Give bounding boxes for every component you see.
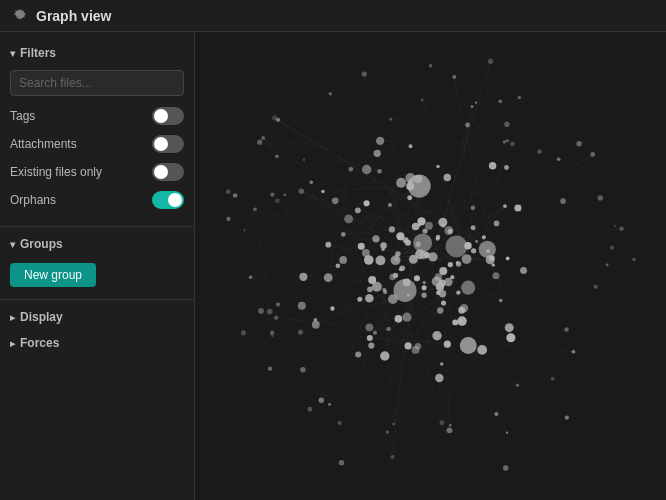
tags-label: Tags xyxy=(10,109,35,123)
divider-2 xyxy=(0,299,194,300)
filters-label: Filters xyxy=(20,46,56,60)
filters-section-header[interactable]: ▾ Filters xyxy=(0,40,194,66)
existing-files-label: Existing files only xyxy=(10,165,102,179)
forces-section-header[interactable]: ▸ Forces xyxy=(0,330,194,356)
forces-chevron-icon: ▸ xyxy=(10,338,15,349)
filters-section-content: Tags Attachments Existing files only xyxy=(0,66,194,222)
orphans-slider xyxy=(152,191,184,209)
graph-area xyxy=(195,32,666,500)
orphans-toggle-row: Orphans xyxy=(10,186,184,214)
tags-toggle[interactable] xyxy=(152,107,184,125)
page-title: Graph view xyxy=(36,8,111,24)
display-chevron-icon: ▸ xyxy=(10,312,15,323)
orphans-label: Orphans xyxy=(10,193,56,207)
attachments-label: Attachments xyxy=(10,137,77,151)
existing-files-toggle-row: Existing files only xyxy=(10,158,184,186)
chevron-down-icon: ▾ xyxy=(10,48,15,59)
tags-toggle-row: Tags xyxy=(10,102,184,130)
attachments-toggle[interactable] xyxy=(152,135,184,153)
orphans-toggle[interactable] xyxy=(152,191,184,209)
existing-files-toggle[interactable] xyxy=(152,163,184,181)
divider-1 xyxy=(0,226,194,227)
attachments-toggle-row: Attachments xyxy=(10,130,184,158)
gear-icon xyxy=(12,8,28,24)
groups-chevron-icon: ▾ xyxy=(10,239,15,250)
title-bar: Graph view xyxy=(0,0,666,32)
graph-canvas xyxy=(195,32,666,500)
main-layout: ▾ Filters Tags Attachments xyxy=(0,32,666,500)
attachments-slider xyxy=(152,135,184,153)
forces-label: Forces xyxy=(20,336,59,350)
search-input[interactable] xyxy=(10,70,184,96)
tags-slider xyxy=(152,107,184,125)
new-group-button[interactable]: New group xyxy=(10,263,96,287)
groups-section-header[interactable]: ▾ Groups xyxy=(0,231,194,257)
display-label: Display xyxy=(20,310,63,324)
sidebar: ▾ Filters Tags Attachments xyxy=(0,32,195,500)
groups-label: Groups xyxy=(20,237,63,251)
display-section-header[interactable]: ▸ Display xyxy=(0,304,194,330)
groups-section-content: New group xyxy=(0,257,194,295)
existing-files-slider xyxy=(152,163,184,181)
